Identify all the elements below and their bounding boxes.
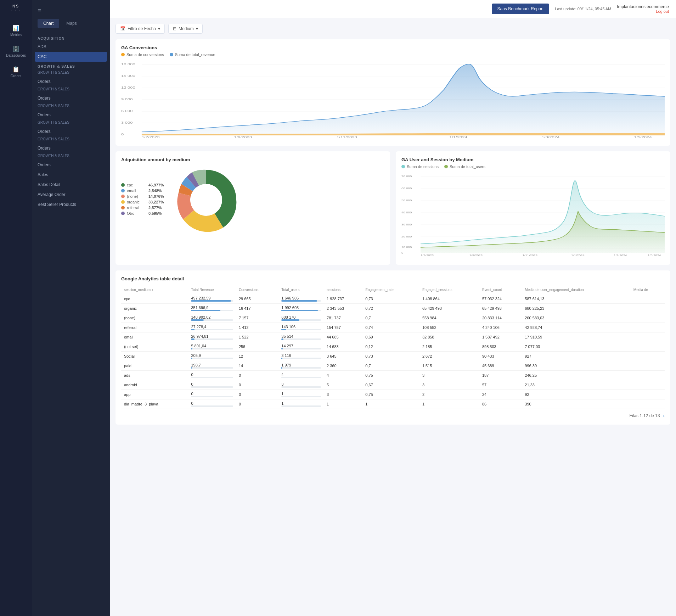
cell-sessions: 781 737 [324,313,362,323]
cell-conversions: 1 522 [236,332,278,342]
table-row: dia_madre_3_playa 0 0 1 1 1 1 86 390 [121,399,665,409]
filter-icon: ⊟ [173,26,176,31]
svg-text:0: 0 [401,251,403,254]
hamburger-menu[interactable]: ☰ [32,6,110,16]
benchmark-button[interactable]: Saas Benchmark Report [492,4,550,14]
cell-media-dur: 7 077,03 [522,342,630,352]
cell-media-dur: 21,33 [522,380,630,390]
cell-event-count: 65 429 493 [479,304,522,313]
col-conversions: Conversions [236,286,278,294]
cell-event-count: 45 689 [479,361,522,371]
legend-otro: Otro 0,595% [121,211,164,215]
cell-event-count: 187 [479,371,522,380]
sidebar-item-datasources[interactable]: 🗄️ Datasources [0,41,32,62]
nav-average-order[interactable]: Average Order [32,190,110,200]
logout-link[interactable]: Log out [617,9,669,13]
cell-media-dur: 246,25 [522,371,630,380]
legend-revenue: Suma de total_revenue [170,52,215,57]
cell-eng-sessions: 2 185 [419,342,479,352]
cell-sessions: 1 [324,399,362,409]
legend-none: (none) 14,076% [121,194,164,198]
cell-media-de [631,332,665,342]
cell-conversions: 0 [236,371,278,380]
nav-orders-1[interactable]: Orders [32,77,110,86]
cell-eng-rate: 0,7 [362,361,419,371]
cell-media-de [631,361,665,371]
pagination-next[interactable]: › [663,413,665,419]
nav-orders-5[interactable]: Orders [32,143,110,153]
table-row: email 26 974,81 1 522 35 514 44 685 0,69… [121,332,665,342]
cell-event-count: 4 240 106 [479,323,522,332]
cell-media-dur: 17 910,59 [522,332,630,342]
tab-maps[interactable]: Maps [61,19,82,28]
table-row: organic 351 696,9 16 417 1 992 603 2 343… [121,304,665,313]
cell-eng-sessions: 3 [419,380,479,390]
ga-conversions-card: GA Conversions Suma de conversions Suma … [116,39,670,146]
nav-orders-3[interactable]: Orders [32,110,110,120]
table-footer: Filas 1-12 de 13 › [121,409,665,419]
nav-orders-2[interactable]: Orders [32,93,110,103]
legend-referral: referral 2,577% [121,206,164,210]
date-filter[interactable]: 📅 Filtro de Fecha ▾ [116,24,165,34]
svg-text:70 000: 70 000 [401,175,412,178]
table-row: Social 205,9 12 3 116 3 645 0,73 2 672 9… [121,352,665,361]
cell-eng-sessions: 1 408 864 [419,294,479,304]
svg-text:20 000: 20 000 [401,235,412,238]
medium-filter[interactable]: ⊟ Medium ▾ [168,24,203,34]
nav-orders-6[interactable]: Orders [32,160,110,170]
revenue-label: Suma de total_revenue [175,52,215,57]
ga-session-card: GA User and Session by Medium Suma de se… [396,151,670,265]
analytics-table-card: Google Analytics table detail session_me… [116,270,670,425]
cell-media-dur: 200 583,03 [522,313,630,323]
cell-medium: dia_madre_3_playa [121,399,188,409]
nav-cac[interactable]: CAC [35,52,107,62]
cell-sessions: 3 [324,390,362,399]
cell-media-de [631,399,665,409]
filter-bar: 📅 Filtro de Fecha ▾ ⊟ Medium ▾ [116,24,670,34]
sessions-dot [401,165,405,168]
nav-best-seller[interactable]: Best Seller Products [32,200,110,209]
table-title: Google Analytics table detail [121,276,665,281]
cell-medium: app [121,390,188,399]
cell-sessions: 3 645 [324,352,362,361]
tab-chart[interactable]: Chart [38,19,59,28]
sidebar-item-orders[interactable]: 📋 Orders [0,62,32,82]
cell-event-count: 57 [479,380,522,390]
svg-point-20 [190,184,222,216]
cell-conversions: 14 [236,361,278,371]
svg-text:6 000: 6 000 [121,109,133,113]
svg-text:12 000: 12 000 [121,86,135,89]
ga-session-chart: 70 000 60 000 50 000 40 000 30 000 20 00… [401,173,665,258]
growth-sub-3: GROWTH & SALES [32,103,110,110]
none-dot [121,195,125,198]
cell-users: 35 514 [278,332,324,342]
cell-revenue: 198,7 [188,361,236,371]
svg-text:1/9/2023: 1/9/2023 [234,135,252,139]
cell-medium: ads [121,371,188,380]
cell-users: 1 [278,399,324,409]
cell-medium: (none) [121,313,188,323]
cell-conversions: 12 [236,352,278,361]
company-name: Implantaciones ecommerce [617,4,669,9]
donut-title: Adquisition amount by medium [121,157,384,162]
cell-eng-sessions: 108 552 [419,323,479,332]
growth-sub-1: GROWTH & SALES [32,70,110,77]
sidebar-item-metrics[interactable]: 📊 Metrics [0,21,32,41]
svg-text:15 000: 15 000 [121,74,135,78]
nav-sales-detail[interactable]: Sales Detail [32,180,110,190]
cell-eng-rate: 0,73 [362,352,419,361]
nav-ads[interactable]: ADS [32,42,110,52]
cell-event-count: 86 [479,399,522,409]
nav-orders-4[interactable]: Orders [32,127,110,136]
nav-sales[interactable]: Sales [32,170,110,180]
cell-eng-sessions: 2 [419,390,479,399]
cell-media-de [631,323,665,332]
cell-sessions: 154 757 [324,323,362,332]
svg-text:1/11/2023: 1/11/2023 [337,135,357,139]
cell-sessions: 1 928 737 [324,294,362,304]
col-revenue: Total Revenue [188,286,236,294]
cell-media-dur: 42 928,74 [522,323,630,332]
sidebar-nav: 📊 Metrics 🗄️ Datasources 📋 Orders [0,21,32,82]
svg-text:1/9/2023: 1/9/2023 [469,254,483,257]
table-row: cpc 497 232,59 29 665 1 646 985 1 928 73… [121,294,665,304]
